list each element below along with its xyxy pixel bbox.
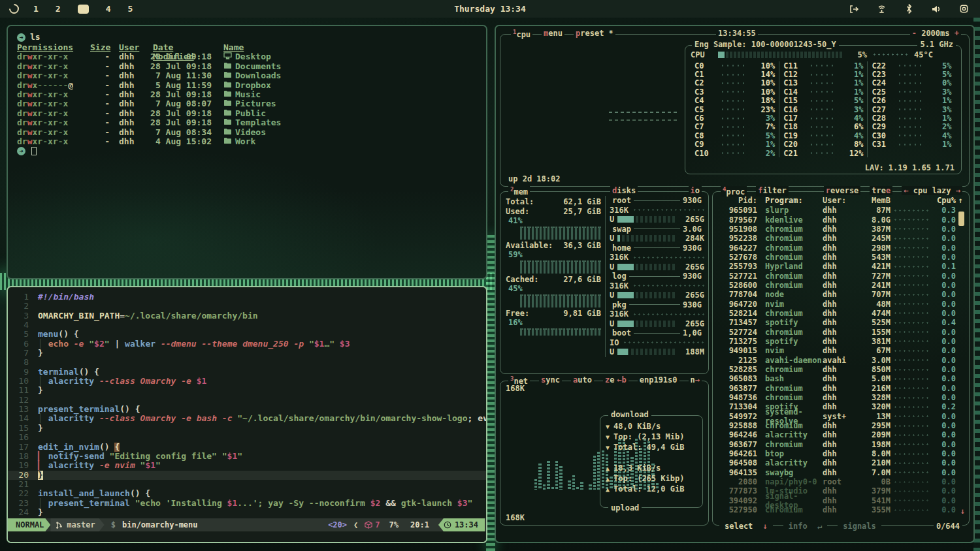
workspace-active[interactable] (78, 5, 89, 14)
process-row[interactable]: 952238chromiumdhh245M0.0 (718, 234, 965, 243)
io-toggle[interactable]: io (689, 186, 702, 195)
process-row[interactable]: 777873lm-studiodhh379M0.0 (718, 486, 965, 496)
process-row[interactable]: 963877chromiumdhh216M0.0 (718, 384, 965, 393)
reverse-button[interactable]: reverse (824, 186, 861, 195)
editor-buffer[interactable]: 1#!/bin/bash23OMARCHY_BIN_PATH=~/.local/… (8, 292, 486, 517)
disk-io-value: 316K (610, 206, 629, 215)
mem-graph (520, 328, 601, 336)
process-user: dhh (823, 253, 859, 262)
core-percent: 6% (840, 122, 863, 131)
select-button[interactable]: select ↓ (719, 522, 773, 531)
omarchy-logo-icon[interactable] (7, 2, 21, 16)
sort-selector[interactable]: ← cpu lazy → (902, 186, 962, 195)
line-number: 4 (8, 321, 38, 330)
logout-icon[interactable] (848, 3, 860, 15)
file-name: Music (212, 90, 261, 99)
iface-next-button[interactable]: n→ (689, 375, 702, 385)
process-row[interactable]: 528285chromiumdhh850M0.0 (718, 365, 965, 374)
disks-panel-title[interactable]: disks (610, 186, 638, 195)
process-user: dhh (823, 281, 859, 290)
cpu-panel-title[interactable]: 1cpu (511, 29, 532, 39)
filter-button[interactable]: filter (756, 186, 788, 197)
workspace-5[interactable]: 5 (127, 4, 133, 14)
core-name: C25 (872, 87, 894, 97)
process-memory: 541M (859, 496, 890, 505)
cpu-panel: 1cpu menu preset * 13:34:55 - 2000ms + E… (500, 34, 970, 187)
process-row[interactable]: 713457spotifydhh525M0.4 (718, 318, 965, 327)
info-button[interactable]: info ↵ (783, 522, 827, 531)
process-row[interactable]: 527724chromiumdhh155M0.0 (718, 327, 965, 336)
signals-button[interactable]: signals (838, 522, 881, 531)
process-row[interactable]: 964135swaybgdhh7.0M0.0 (718, 468, 965, 477)
process-row[interactable]: 964227chromiumdhh298M0.0 (718, 243, 965, 252)
process-row[interactable]: 2080napi/phy0-0root0B0.0 (718, 477, 965, 486)
mem-panel-title[interactable]: 2mem (508, 186, 530, 197)
process-row[interactable]: 964261btopdhh8.0M0.0 (718, 449, 965, 458)
process-row[interactable]: 394092signal-desktopdhh541M0.0 (718, 496, 965, 505)
preset-button[interactable]: preset * (574, 29, 615, 39)
file-owner: dhh (110, 81, 140, 90)
process-cpu: 0.0 (934, 496, 956, 505)
core-name: C23 (872, 70, 894, 79)
proc-panel-title[interactable]: 4proc (721, 186, 747, 197)
workspace-1[interactable]: 1 (33, 4, 39, 14)
core-name: C30 (872, 131, 894, 140)
interval-control[interactable]: - 2000ms + (910, 29, 961, 38)
disk-used-value: 265G (678, 262, 704, 272)
process-row[interactable]: 948736chromiumdhh328M0.0 (718, 393, 965, 402)
process-row[interactable]: 2125avahi-daemonavahi3.0M0.0 (718, 356, 965, 365)
process-cpu-graph (893, 462, 931, 464)
editor-line: 24} (8, 508, 486, 517)
process-cpu: 0.0 (934, 300, 956, 309)
terminal-command: ls (30, 33, 41, 42)
process-row[interactable]: 965091slurpdhh87M0.3 (718, 206, 965, 215)
process-row[interactable]: 964246alacrittydhh209M0.0 (718, 430, 965, 439)
prompt-arrow-icon: ➜ (17, 33, 25, 42)
file-permissions: drwxr-xr-x (17, 118, 90, 127)
process-row[interactable]: 925888chromiumdhh295M0.0 (718, 421, 965, 430)
auto-button[interactable]: auto (571, 375, 594, 386)
process-row[interactable]: 963677chromiumdhh198M0.0 (718, 440, 965, 449)
process-row[interactable]: 713304spotifydhh320M0.2 (718, 402, 965, 411)
process-cpu-graph (893, 256, 931, 258)
process-row[interactable]: 964508alacrittydhh210M0.0 (718, 458, 965, 467)
core-row: C141% (783, 87, 863, 96)
process-row[interactable]: 713275spotifydhh381M0.0 (718, 337, 965, 346)
process-memory: 7.0M (859, 468, 890, 477)
process-row[interactable]: 527678chromiumdhh543M0.0 (718, 253, 965, 262)
core-name: C3 (694, 87, 717, 97)
process-row[interactable]: 879567kdenlivedhh8.0G0.0 (718, 215, 965, 224)
upload-label: upload (608, 503, 642, 512)
system-settings-icon[interactable] (958, 3, 970, 15)
volume-icon[interactable] (930, 3, 942, 15)
process-row[interactable]: 255793Hyprlanddhh421M0.1 (718, 262, 965, 271)
process-row[interactable]: 951908chromiumdhh387M0.0 (718, 225, 965, 234)
process-user: dhh (823, 486, 859, 496)
core-row: C63% (694, 114, 775, 122)
process-row[interactable]: 965083bashdhh5.0M0.0 (718, 374, 965, 383)
sync-button[interactable]: sync (539, 375, 562, 386)
proc-scrollbar-thumb[interactable] (958, 212, 964, 226)
process-memory: 48M (859, 300, 890, 309)
process-row[interactable]: 949015nvimdhh67M0.0 (718, 346, 965, 355)
process-row[interactable]: 528214chromiumdhh474M0.0 (718, 309, 965, 318)
network-icon[interactable] (875, 3, 887, 15)
scroll-down-arrow[interactable]: ↓ (960, 507, 965, 516)
process-row[interactable]: 528600chromiumdhh241M0.0 (718, 281, 965, 290)
iface-prev-button[interactable]: ←b (615, 375, 628, 385)
process-row[interactable]: 527950chromiumdhh355M0.0 (718, 505, 965, 514)
tree-button[interactable]: tree (870, 186, 892, 195)
process-row[interactable]: 778704nodedhh707M0.0 (718, 290, 965, 299)
workspace-4[interactable]: 4 (106, 4, 111, 14)
process-cpu-graph (893, 275, 931, 277)
process-row[interactable]: 527721chromiumdhh727M0.0 (718, 271, 965, 280)
process-row[interactable]: 964720nvimdhh48M0.0 (718, 299, 965, 308)
terminal-prompt[interactable]: ➜ (17, 146, 486, 156)
file-name: bin/omarchy-menu (122, 520, 198, 529)
menu-button[interactable]: menu (542, 29, 564, 39)
workspace-2[interactable]: 2 (56, 4, 61, 14)
core-percent: 5% (928, 70, 952, 79)
process-memory: 3.0M (859, 356, 890, 365)
process-row[interactable]: 549972systemd-resolvesyst+13M0.0 (718, 412, 965, 421)
bluetooth-icon[interactable] (903, 3, 915, 15)
